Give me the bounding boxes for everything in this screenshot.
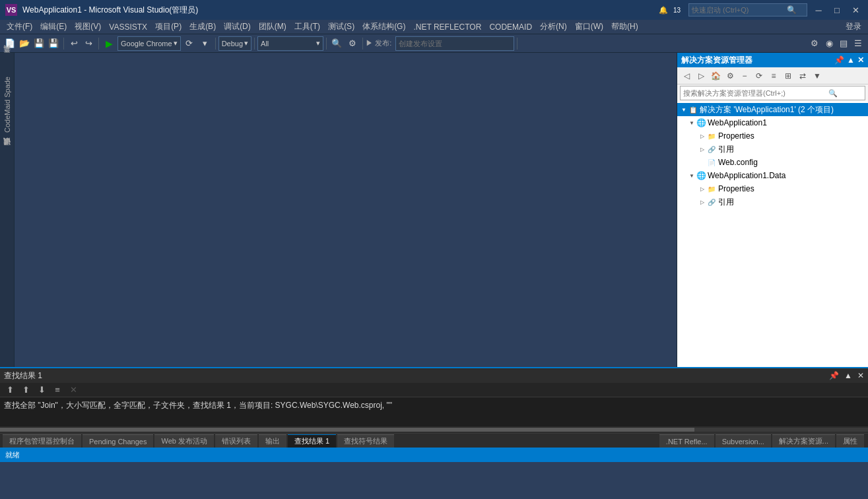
tree-proj2-ref-arrow[interactable]: ▷ xyxy=(698,198,706,206)
se-pin-icon[interactable]: 📌 xyxy=(834,55,844,65)
tab-solution-explorer-bottom[interactable]: 解决方案资源... xyxy=(772,434,835,448)
fp-btn-1[interactable]: ⬆ xyxy=(3,383,17,397)
solution-search-input[interactable] xyxy=(683,89,828,97)
find-panel-float[interactable]: ▲ xyxy=(844,371,852,380)
tree-proj1-prop-arrow[interactable]: ▷ xyxy=(698,132,706,140)
find-panel-pin[interactable]: 📌 xyxy=(829,371,839,380)
tree-root-arrow[interactable]: ▼ xyxy=(680,106,688,114)
toolbar-save-all[interactable]: 💾 xyxy=(46,36,61,51)
toolbar-sep-7 xyxy=(517,38,517,50)
se-sync-btn[interactable]: ⇄ xyxy=(796,69,809,83)
se-minus-btn[interactable]: − xyxy=(738,69,751,83)
toolbar-dropdown-arrow[interactable]: ▾ xyxy=(198,36,213,51)
publish-input-area[interactable] xyxy=(395,36,514,51)
tab-output[interactable]: 输出 xyxy=(259,434,286,448)
target-dropdown[interactable]: All ▾ xyxy=(257,36,323,51)
se-forward-btn[interactable]: ▷ xyxy=(694,69,708,83)
tab-error-list[interactable]: 错误列表 xyxy=(215,434,257,448)
tree-proj1-webconfig[interactable]: ▷ 📄 Web.config xyxy=(677,156,868,169)
menu-view[interactable]: 视图(V) xyxy=(71,20,105,34)
publish-input[interactable] xyxy=(399,40,511,48)
solution-search[interactable]: 🔍 xyxy=(680,86,865,100)
tree-proj1-ref-arrow[interactable]: ▷ xyxy=(698,145,706,153)
toolbar-r3[interactable]: ▤ xyxy=(836,36,851,51)
menu-build[interactable]: 生成(B) xyxy=(185,20,220,34)
se-filter-btn[interactable]: ▼ xyxy=(811,69,824,83)
tree-proj2[interactable]: ▼ 🌐 WebApplication1.Data xyxy=(677,169,868,182)
tree-root[interactable]: ▼ 📋 解决方案 'WebApplication1' (2 个项目) xyxy=(677,103,868,116)
tree-proj1-properties[interactable]: ▷ 📁 Properties xyxy=(677,129,868,143)
tab-find-symbol[interactable]: 查找符号结果 xyxy=(337,434,394,448)
toolbar-redo[interactable]: ↪ xyxy=(81,36,96,51)
tab-properties[interactable]: 属性 xyxy=(836,434,864,448)
fp-btn-2[interactable]: ⬆ xyxy=(18,383,33,397)
fp-btn-3[interactable]: ⬇ xyxy=(34,383,49,397)
login-button[interactable]: 登录 xyxy=(842,20,865,34)
toolbar-save[interactable]: 💾 xyxy=(32,36,46,51)
tab-pkg-manager[interactable]: 程序包管理器控制台 xyxy=(3,434,81,448)
toolbar-find[interactable]: 🔍 xyxy=(329,36,344,51)
se-refresh-btn[interactable]: ⟳ xyxy=(752,69,766,83)
tree-proj2-ref-label: 引用 xyxy=(718,197,734,208)
debug-dropdown[interactable]: Debug ▾ xyxy=(218,36,251,51)
tree-proj2-properties[interactable]: ▷ 📁 Properties xyxy=(677,182,868,195)
tree-proj2-ref[interactable]: ▷ 🔗 引用 xyxy=(677,195,868,209)
menu-edit[interactable]: 编辑(E) xyxy=(36,20,71,34)
fp-btn-5[interactable]: ✕ xyxy=(66,383,81,397)
browser-dropdown[interactable]: Google Chrome ▾ xyxy=(117,36,181,51)
menu-tools[interactable]: 工具(T) xyxy=(290,20,324,34)
sidebar-debugger[interactable]: 嵌试调试器 xyxy=(1,149,13,154)
se-dotdot-btn[interactable]: ⊞ xyxy=(782,69,795,83)
menu-analyze[interactable]: 分析(N) xyxy=(536,20,571,34)
sidebar-toolbox[interactable]: 工具箱 xyxy=(1,55,13,61)
menu-team[interactable]: 团队(M) xyxy=(255,20,290,34)
tab-net-reflector[interactable]: .NET Refle... xyxy=(659,434,714,448)
menu-debug[interactable]: 调试(D) xyxy=(220,20,255,34)
se-float-icon[interactable]: ▲ xyxy=(847,55,855,65)
se-settings-btn[interactable]: ⚙ xyxy=(723,69,737,83)
toolbar-refresh[interactable]: ⟳ xyxy=(182,36,197,51)
notification-icon[interactable]: 🔔 xyxy=(659,6,668,15)
toolbar-open[interactable]: 📂 xyxy=(17,36,32,51)
menu-help[interactable]: 帮助(H) xyxy=(607,20,642,34)
find-panel-close[interactable]: ✕ xyxy=(857,371,864,380)
scrollbar-thumb[interactable] xyxy=(0,428,694,432)
tree-proj2-prop-arrow[interactable]: ▷ xyxy=(698,185,706,193)
tab-find-result-1[interactable]: 查找结果 1 xyxy=(288,434,336,448)
tree-proj1-arrow[interactable]: ▼ xyxy=(688,119,696,127)
title-search[interactable]: 🔍 xyxy=(688,3,807,17)
se-home-btn[interactable]: 🏠 xyxy=(709,69,722,83)
fp-btn-4[interactable]: ≡ xyxy=(50,383,65,397)
se-back-btn[interactable]: ◁ xyxy=(680,69,693,83)
close-button[interactable]: ✕ xyxy=(848,3,863,17)
toolbar-r4[interactable]: ☰ xyxy=(851,36,865,51)
menu-window[interactable]: 窗口(W) xyxy=(571,20,607,34)
toolbar-undo[interactable]: ↩ xyxy=(67,36,81,51)
tree-proj2-arrow[interactable]: ▼ xyxy=(688,172,696,180)
menu-test[interactable]: 测试(S) xyxy=(324,20,358,34)
toolbar-settings[interactable]: ⚙ xyxy=(345,36,360,51)
menu-file[interactable]: 文件(F) xyxy=(3,20,36,34)
tree-proj1-label: WebApplication1 xyxy=(708,118,767,127)
menu-vassistx[interactable]: VASSISTX xyxy=(105,21,151,33)
se-close-icon[interactable]: ✕ xyxy=(857,55,864,65)
tree-proj1-ref[interactable]: ▷ 🔗 引用 xyxy=(677,143,868,156)
toolbar-start[interactable]: ▶ xyxy=(102,36,116,51)
find-panel-scrollbar[interactable] xyxy=(0,426,868,433)
sidebar-codemaid[interactable]: CodeMaid Spade xyxy=(2,74,13,135)
menu-project[interactable]: 项目(P) xyxy=(151,20,185,34)
toolbar-r1[interactable]: ⚙ xyxy=(807,36,822,51)
se-list-btn[interactable]: ≡ xyxy=(767,69,780,83)
menu-net-reflector[interactable]: .NET REFLECTOR xyxy=(409,21,485,33)
toolbar-r2[interactable]: ◉ xyxy=(822,36,836,51)
tab-subversion[interactable]: Subversion... xyxy=(716,434,771,448)
restore-button[interactable]: □ xyxy=(830,3,844,17)
tab-web-publish[interactable]: Web 发布活动 xyxy=(154,434,213,448)
tab-pending-changes[interactable]: Pending Changes xyxy=(83,434,153,448)
menu-architecture[interactable]: 体系结构(G) xyxy=(358,20,409,34)
menu-codemaid[interactable]: CODEMAID xyxy=(485,21,536,33)
toolbar-new[interactable]: 📄 xyxy=(3,36,17,51)
minimize-button[interactable]: ─ xyxy=(811,3,826,17)
quick-launch-input[interactable] xyxy=(692,6,784,14)
tree-proj1[interactable]: ▼ 🌐 WebApplication1 xyxy=(677,116,868,129)
